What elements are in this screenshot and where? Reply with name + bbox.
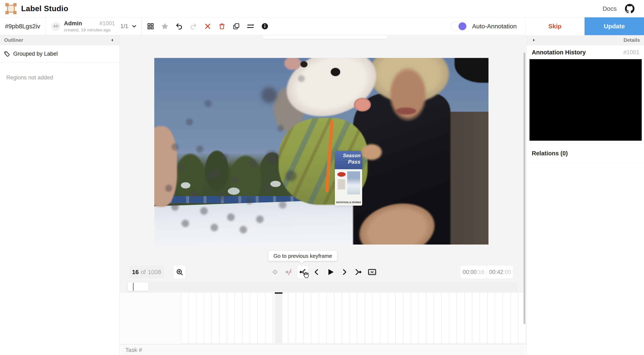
toggle-knob <box>458 22 466 30</box>
position-time: 00:00:16 <box>460 265 487 279</box>
duration-time: 00:42:00 <box>487 265 514 279</box>
task-id: #9pb8Lgs2iv <box>0 17 45 35</box>
outliner-title: Outliner <box>4 37 23 43</box>
frames-panel-icon <box>368 268 377 276</box>
auto-annotation-label: Auto-Annotation <box>472 23 517 30</box>
badge-text-season: Season <box>335 153 360 159</box>
annotation-author: Admin <box>64 20 82 27</box>
current-frame-marker[interactable] <box>275 292 282 344</box>
frame-current: 16 <box>132 269 139 276</box>
star-button[interactable] <box>159 21 170 32</box>
annotation-history-id: #1001 <box>623 49 640 56</box>
github-icon[interactable] <box>625 4 634 13</box>
next-keyframe-icon <box>354 268 362 276</box>
info-button[interactable] <box>259 21 270 32</box>
prev-keyframe-button[interactable] <box>297 265 308 279</box>
next-keyframe-button[interactable] <box>352 265 364 279</box>
keyframe-slash-icon <box>284 268 293 276</box>
details-collapse-button[interactable] <box>531 37 537 43</box>
reject-x-icon <box>204 23 211 30</box>
relations-title: Relations (0) <box>532 150 568 157</box>
zoom-in-icon <box>176 268 183 276</box>
relations-section[interactable]: Relations (0) <box>527 144 644 163</box>
duplicate-button[interactable] <box>231 21 242 32</box>
interpolation-button[interactable] <box>283 265 295 279</box>
video-frame[interactable]: Season Pass RATATOUILLE BOWER <box>154 58 488 245</box>
annotation-pager[interactable]: 1/1 <box>120 23 137 29</box>
app-header: Label Studio Docs <box>0 0 644 17</box>
annotation-summary: AD Admin #1001 created, 19 minutes ago 1… <box>45 17 142 35</box>
opossum-eye <box>331 68 340 76</box>
trash-icon <box>218 23 226 30</box>
delete-button[interactable] <box>216 21 228 32</box>
duplicate-icon <box>233 23 240 30</box>
grid-view-icon <box>147 23 154 30</box>
seek-viewport[interactable] <box>127 282 149 291</box>
chevron-right-icon <box>341 269 348 276</box>
annotation-history-title: Annotation History <box>532 49 586 56</box>
chevron-down-icon <box>131 23 137 29</box>
details-title: Details <box>624 37 640 43</box>
grid-view-button[interactable] <box>145 21 156 32</box>
settings-sliders-icon <box>247 22 254 30</box>
redo-icon <box>190 22 197 30</box>
info-icon <box>261 22 268 30</box>
frames-timeline[interactable] <box>120 292 526 344</box>
history-video-thumbnail <box>530 59 642 141</box>
opossum-eye-2 <box>300 61 308 67</box>
goggles <box>454 58 488 83</box>
outliner-collapse-button[interactable] <box>109 37 115 43</box>
play-button[interactable] <box>325 265 336 279</box>
triangle-left-icon <box>110 38 114 42</box>
pager-count: 1/1 <box>120 23 128 29</box>
star-icon <box>161 22 169 30</box>
redo-button[interactable] <box>188 21 199 32</box>
frame-counter[interactable]: 16 of 1008 <box>130 266 164 279</box>
vertical-scrollbar[interactable] <box>524 52 525 324</box>
timeline-label-gutter <box>120 292 181 344</box>
group-by-selector[interactable]: Grouped by Label <box>0 45 119 63</box>
video-controls: 16 of 1008 <box>120 265 526 280</box>
badge-text-pass: Pass <box>335 159 360 165</box>
person-arm <box>154 126 177 207</box>
auto-annotation-toggle[interactable] <box>450 21 467 31</box>
task-toolbar: #9pb8Lgs2iv AD Admin #1001 created, 19 m… <box>0 17 644 35</box>
opossum-nose <box>353 97 374 114</box>
annotation-id: #1001 <box>100 20 115 27</box>
skip-button[interactable]: Skip <box>525 17 584 35</box>
seekbar[interactable] <box>126 282 518 291</box>
avatar: AD <box>52 22 60 31</box>
outliner-panel: Outliner Grouped by Label Regions not ad… <box>0 35 120 355</box>
seek-playhead[interactable] <box>133 283 134 291</box>
next-frame-button[interactable] <box>338 265 350 279</box>
person-lips <box>396 108 416 115</box>
cursor-hand-icon <box>302 271 310 279</box>
prev-frame-button[interactable] <box>311 265 322 279</box>
keyframe-tooltip: Go to previous keyframe <box>268 251 337 261</box>
tag-icon <box>4 51 10 57</box>
annotation-tools <box>145 17 270 35</box>
update-button[interactable]: Update <box>584 17 644 35</box>
chevron-left-icon <box>313 269 320 276</box>
frame-total: 1008 <box>148 269 161 276</box>
lens-dirt <box>154 58 158 62</box>
add-keyframe-button[interactable] <box>269 265 281 279</box>
settings-button[interactable] <box>245 21 256 32</box>
collapse-timeline-button[interactable] <box>366 265 378 279</box>
docs-link[interactable]: Docs <box>602 5 617 12</box>
undo-button[interactable] <box>174 21 185 32</box>
app-title: Label Studio <box>21 4 68 13</box>
play-icon <box>326 268 335 276</box>
floating-toolbar-edge <box>262 35 388 39</box>
timeline-zoom-button[interactable] <box>173 265 186 279</box>
auto-annotation-control: Auto-Annotation <box>450 17 517 35</box>
annotation-created: created, 19 minutes ago <box>64 27 115 32</box>
hand-fingers <box>357 141 386 163</box>
task-footer: Task # <box>120 345 526 355</box>
reject-button[interactable] <box>202 21 213 32</box>
group-by-label: Grouped by Label <box>13 51 58 57</box>
label-studio-logo-icon <box>6 3 16 14</box>
triangle-right-icon <box>532 38 536 42</box>
details-panel: Details Annotation History #1001 Relatio… <box>526 35 644 355</box>
regions-empty-note: Regions not added <box>6 74 119 81</box>
